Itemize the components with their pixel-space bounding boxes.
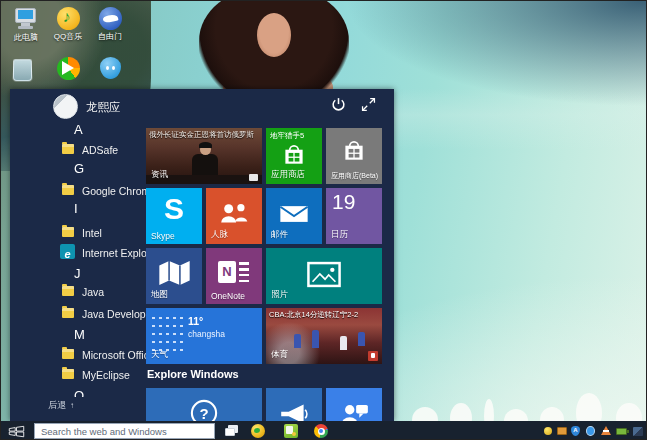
tile-skype[interactable]: S Skype: [146, 188, 202, 244]
section-letter-i[interactable]: I: [74, 201, 78, 216]
news-page-icon: [249, 174, 258, 181]
store-bag-icon: [266, 140, 322, 168]
tile-store-beta[interactable]: 应用商店(Beta): [326, 128, 382, 184]
people-icon: [206, 201, 262, 225]
tray-shield-round-icon[interactable]: [586, 426, 595, 436]
section-letter-m[interactable]: M: [74, 327, 85, 342]
section-letter-j[interactable]: J: [74, 266, 81, 281]
desktop-icon-freegate[interactable]: 自由门: [91, 7, 129, 41]
onenote-icon: N: [218, 261, 236, 283]
green-notes-app-icon[interactable]: [284, 424, 298, 438]
start-button[interactable]: [1, 421, 31, 440]
question-icon: ?: [146, 398, 262, 421]
desktop-icon-this-pc[interactable]: 此电脑: [7, 7, 45, 42]
start-menu: 龙熙应 A ADSafe G Google Chrome I Intel eIn…: [10, 89, 394, 421]
explore-windows-heading: Explore Windows: [147, 368, 239, 380]
tray-vlc-cone-icon[interactable]: [601, 426, 611, 435]
tile-photos[interactable]: 照片: [266, 248, 382, 304]
person-chat-icon: [326, 401, 382, 421]
recycle-bin-icon: [12, 59, 32, 81]
section-letter-o[interactable]: O: [74, 388, 84, 397]
tile-news[interactable]: 俄外长证实金正恩将首访俄罗斯 资讯: [146, 128, 262, 184]
wallpaper-watermark: [406, 397, 647, 423]
tile-area: 俄外长证实金正恩将首访俄罗斯 资讯 地牢猎手5 应用商店 应用商店(Beta): [146, 128, 394, 421]
expand-icon[interactable]: [360, 96, 377, 113]
weather-city: changsha: [188, 329, 225, 339]
map-icon: [146, 260, 202, 286]
tile-feedback-megaphone[interactable]: [266, 388, 322, 421]
power-icon[interactable]: [330, 96, 347, 113]
svg-text:?: ?: [199, 405, 208, 421]
tile-help-question[interactable]: ?: [146, 388, 262, 421]
blue-drop-icon: [100, 57, 121, 79]
tile-weather[interactable]: 11° changsha 天气: [146, 308, 262, 364]
desktop-icon-blue-drop-app[interactable]: [91, 57, 129, 79]
system-tray: A: [544, 426, 646, 437]
folder-icon: [62, 369, 74, 379]
ie-icon: e: [60, 244, 75, 259]
store-bag-icon: [326, 136, 382, 164]
tile-people[interactable]: 人脉: [206, 188, 262, 244]
desktop-icon-label: QQ音乐: [49, 32, 87, 41]
desktop-icon-label: 此电脑: [7, 33, 45, 42]
mail-icon: [266, 203, 322, 224]
megaphone-icon: [266, 402, 322, 421]
tray-battery-icon[interactable]: [616, 428, 627, 435]
back-button[interactable]: 后退↑: [48, 399, 74, 412]
desktop-icon-recycle-bin[interactable]: [3, 59, 41, 81]
photos-icon: [266, 261, 382, 288]
weather-temp: 11°: [188, 315, 203, 327]
desktop-screen: 此电脑 ♪ QQ音乐 自由门 龙熙应 A ADSafe: [0, 0, 647, 440]
tile-maps[interactable]: 地图: [146, 248, 202, 304]
search-input[interactable]: [34, 423, 215, 439]
dove-icon: [99, 7, 122, 30]
tile-sports[interactable]: CBA:北京14分逆转辽宁2-2 体育: [266, 308, 382, 364]
folder-icon: [62, 308, 74, 318]
tray-network-icon[interactable]: [633, 427, 643, 436]
wallpaper-woman-photo: [139, 1, 401, 91]
this-pc-icon: [13, 7, 39, 31]
chrome-icon[interactable]: [314, 424, 328, 438]
qq-music-icon: ♪: [57, 7, 80, 30]
news-headline: 俄外长证实金正恩将首访俄罗斯: [149, 130, 260, 140]
tile-calendar[interactable]: 19 日历: [326, 188, 382, 244]
tray-orange-chest-icon[interactable]: [557, 427, 567, 435]
taskbar: A: [1, 421, 647, 440]
folder-icon: [62, 227, 74, 237]
section-letter-g[interactable]: G: [74, 161, 84, 176]
tray-yellow-dot-icon[interactable]: [544, 427, 552, 435]
folder-icon: [62, 286, 74, 296]
tile-onenote[interactable]: N OneNote: [206, 248, 262, 304]
folder-icon: [62, 185, 74, 195]
desktop-icon-qq-music[interactable]: ♪ QQ音乐: [49, 7, 87, 41]
up-arrow-icon: ↑: [70, 401, 74, 410]
windows-logo-icon: [8, 425, 25, 438]
desktop-icon-label: 自由门: [91, 32, 129, 41]
sports-headline: CBA:北京14分逆转辽宁2-2: [269, 310, 380, 320]
tile-store[interactable]: 地牢猎手5 应用商店: [266, 128, 322, 184]
folder-icon: [62, 144, 74, 154]
tile-contact-chat[interactable]: [326, 388, 382, 421]
yellow-globe-app-icon[interactable]: [251, 424, 265, 438]
skype-icon: S: [164, 192, 184, 226]
folder-icon: [62, 349, 74, 359]
play-icon: [57, 57, 80, 80]
app-list: A ADSafe G Google Chrome I Intel eIntern…: [10, 89, 146, 397]
task-view-button[interactable]: [224, 424, 238, 438]
tray-shield-a-icon[interactable]: A: [571, 426, 580, 436]
snow-icon: [150, 314, 186, 354]
calendar-day: 19: [332, 190, 355, 214]
sports-badge-icon: [368, 351, 378, 361]
tile-mail[interactable]: 邮件: [266, 188, 322, 244]
desktop-icon-tencent-video[interactable]: [49, 57, 87, 80]
section-letter-a[interactable]: A: [74, 122, 83, 137]
